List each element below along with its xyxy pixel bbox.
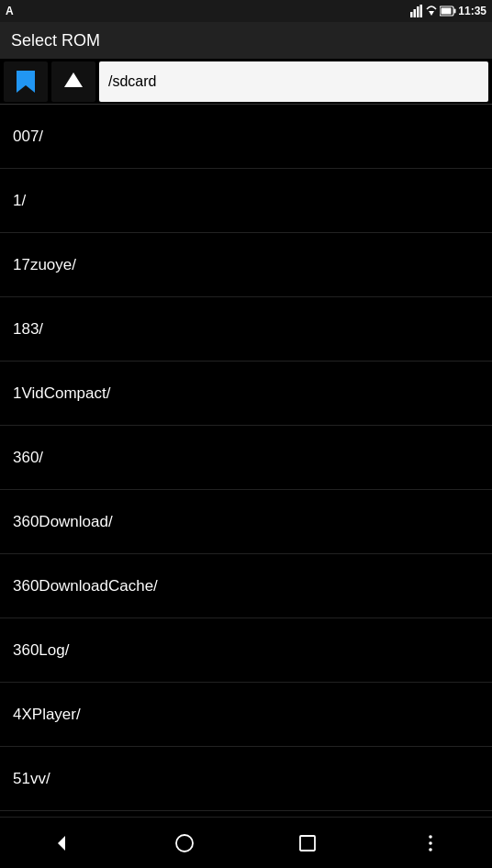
bookmark-button[interactable] (4, 61, 48, 102)
path-bar: /sdcard (99, 61, 488, 102)
status-bar-right: 11:35 (410, 5, 486, 17)
svg-marker-8 (17, 71, 35, 93)
file-item-name: 007/ (13, 128, 43, 146)
more-options-button[interactable] (403, 821, 458, 865)
file-item-name: 51vv/ (13, 770, 50, 788)
file-item-name: 1/ (13, 192, 26, 210)
home-icon (173, 832, 196, 854)
page-title: Select ROM (11, 31, 100, 50)
back-button[interactable] (34, 821, 89, 865)
file-item-name: 360/ (13, 449, 43, 467)
status-bar-left: A (6, 5, 14, 17)
recents-icon (296, 832, 319, 854)
file-item-name: 1VidCompact/ (13, 384, 110, 403)
list-item[interactable]: 360DownloadCache/ (0, 554, 492, 618)
list-item[interactable]: 1VidCompact/ (0, 362, 492, 426)
list-item[interactable]: 17zuoye/ (0, 233, 492, 297)
bottom-nav (0, 817, 492, 868)
list-item[interactable]: 183/ (0, 297, 492, 362)
list-item[interactable]: 1/ (0, 169, 492, 233)
svg-marker-9 (64, 72, 83, 87)
bookmark-icon (13, 69, 39, 95)
title-bar: Select ROM (0, 22, 492, 59)
status-bar-app-icon: A (6, 5, 14, 17)
battery-icon (440, 6, 456, 17)
svg-marker-4 (429, 11, 434, 16)
list-item[interactable]: 360Download/ (0, 490, 492, 554)
list-item[interactable]: 51vv/ (0, 747, 492, 811)
svg-rect-12 (300, 836, 315, 851)
nav-bar: /sdcard (0, 59, 492, 105)
up-arrow-icon (61, 69, 86, 95)
file-item-name: 360DownloadCache/ (13, 577, 158, 595)
file-item-name: 183/ (13, 320, 43, 339)
file-list: 007/1/17zuoye/183/1VidCompact/360/360Dow… (0, 105, 492, 817)
parent-dir-button[interactable] (51, 61, 95, 102)
svg-rect-6 (454, 9, 456, 14)
recents-button[interactable] (280, 821, 335, 865)
status-time: 11:35 (458, 5, 486, 17)
file-item-name: 360Log/ (13, 641, 69, 660)
svg-rect-3 (420, 5, 423, 17)
svg-rect-7 (442, 8, 452, 15)
signal-icon (410, 5, 423, 17)
svg-point-15 (429, 848, 432, 851)
svg-rect-1 (414, 9, 417, 17)
list-item[interactable]: 360/ (0, 426, 492, 490)
back-icon (50, 832, 73, 854)
wifi-icon (425, 5, 438, 17)
file-item-name: 360Download/ (13, 513, 113, 531)
status-bar: A 11:35 (0, 0, 492, 22)
more-icon (419, 832, 442, 854)
list-item[interactable]: 4XPlayer/ (0, 683, 492, 747)
svg-point-14 (429, 841, 432, 845)
svg-rect-0 (410, 12, 413, 17)
svg-point-11 (176, 835, 193, 851)
file-item-name: 17zuoye/ (13, 256, 76, 274)
current-path: /sdcard (108, 73, 156, 90)
file-item-name: 4XPlayer/ (13, 706, 81, 724)
home-button[interactable] (157, 821, 212, 865)
svg-marker-10 (58, 836, 65, 851)
svg-rect-2 (417, 6, 419, 17)
svg-point-13 (429, 835, 432, 839)
list-item[interactable]: 007/ (0, 105, 492, 169)
list-item[interactable]: 360Log/ (0, 618, 492, 683)
